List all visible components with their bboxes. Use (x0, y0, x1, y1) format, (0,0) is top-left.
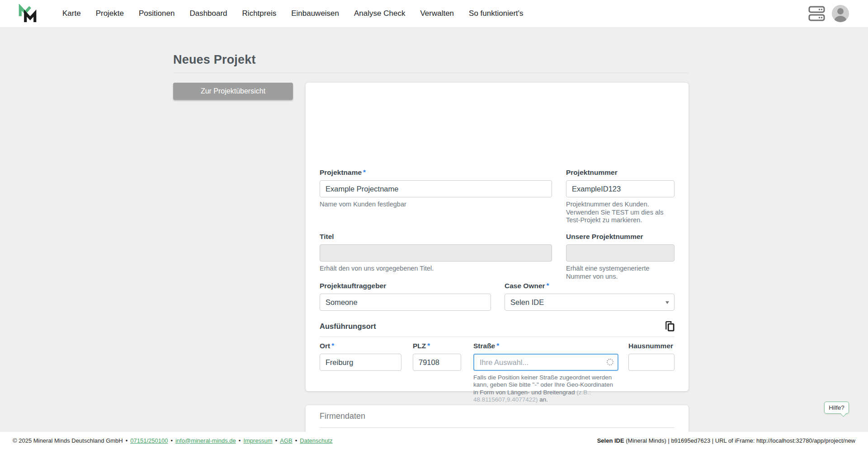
strasse-input[interactable] (473, 354, 618, 371)
footer-separator: • (239, 437, 241, 444)
nav-item-einbauweisen[interactable]: Einbauweisen (291, 9, 339, 18)
server-icon[interactable] (808, 5, 826, 22)
footer: © 2025 Mineral Minds Deutschland GmbH • … (0, 432, 868, 449)
loading-spinner-icon (607, 359, 613, 365)
required-marker: * (363, 168, 366, 176)
plz-input[interactable] (413, 354, 461, 371)
footer-separator: • (295, 437, 297, 444)
strasse-label: Straße* (473, 342, 618, 350)
nav-item-richtpreis[interactable]: Richtpreis (242, 9, 277, 18)
page-title: Neues Projekt (173, 53, 256, 67)
nav-item-verwalten[interactable]: Verwalten (420, 9, 454, 18)
plz-label: PLZ* (413, 342, 461, 350)
user-avatar-icon[interactable] (832, 5, 849, 22)
field-projektauftraggeber: Projektauftraggeber (320, 282, 491, 311)
field-projektnummer: Projektnummer Projektnummer des Kunden. … (566, 168, 675, 224)
ort-label: Ort* (320, 342, 401, 350)
footer-link-impressum[interactable]: Impressum (243, 437, 272, 444)
nav-item-karte[interactable]: Karte (62, 9, 81, 18)
projektnummer-hint: Projektnummer des Kunden. Verwenden Sie … (566, 201, 675, 224)
hausnummer-input[interactable] (628, 354, 675, 371)
back-to-project-overview-button[interactable]: Zur Projektübersicht (173, 83, 293, 100)
field-ort: Ort* (320, 342, 401, 371)
field-case-owner: Case Owner* Selen IDE (505, 282, 675, 311)
footer-separator: • (126, 437, 128, 444)
required-marker: * (496, 341, 499, 349)
footer-link-datenschutz[interactable]: Datenschutz (300, 437, 332, 444)
copy-address-button[interactable] (664, 321, 676, 333)
help-button[interactable]: Hilfe? (824, 402, 849, 414)
title-divider (173, 73, 689, 73)
projektname-hint: Name vom Kunden festlegbar (320, 201, 552, 209)
projektnummer-input[interactable] (566, 180, 675, 197)
avatar-body (835, 16, 846, 22)
footer-left: © 2025 Mineral Minds Deutschland GmbH • … (13, 437, 333, 444)
footer-session-details: (Mineral Minds) | b91695ed7623 | URL of … (624, 437, 855, 444)
unsere-projektnummer-input (566, 244, 675, 262)
nav-right-controls (808, 0, 849, 27)
nav-item-positionen[interactable]: Positionen (139, 9, 175, 18)
section-ausfuehrungsort: Ausführungsort (320, 322, 675, 337)
required-marker: * (331, 341, 334, 349)
ausfuehrungsort-section-title: Ausführungsort (320, 322, 376, 330)
case-owner-selected-value: Selen IDE (510, 298, 544, 307)
projektname-input[interactable] (320, 180, 552, 197)
footer-separator: • (170, 437, 173, 444)
firmendaten-divider (320, 427, 675, 428)
unsere-projektnummer-label: Unsere Projektnummer (566, 233, 675, 241)
projektnummer-label: Projektnummer (566, 168, 675, 177)
hausnummer-label: Hausnummer (628, 342, 675, 350)
top-navbar: Karte Projekte Positionen Dashboard Rich… (0, 0, 868, 27)
field-strasse: Straße* Falls die Position keiner Straße… (473, 342, 618, 404)
strasse-input-wrap (473, 354, 618, 371)
copy-icon (664, 321, 676, 332)
field-hausnummer: Hausnummer (628, 342, 675, 371)
avatar-head (837, 8, 844, 14)
footer-link-email[interactable]: info@mineral-minds.de (175, 437, 236, 444)
project-form-card: Projektname* Name vom Kunden festlegbar … (306, 83, 689, 391)
footer-copyright: © 2025 Mineral Minds Deutschland GmbH (13, 437, 123, 444)
case-owner-select[interactable]: Selen IDE (505, 294, 675, 311)
case-owner-label: Case Owner* (505, 282, 675, 290)
help-bubble-tail (840, 411, 846, 417)
titel-hint: Erhält den von uns vorgegebenen Titel. (320, 265, 552, 273)
firmendaten-section-title: Firmendaten (320, 412, 365, 421)
field-plz: PLZ* (413, 342, 461, 371)
footer-session-info: Selen IDE (Mineral Minds) | b91695ed7623… (597, 437, 855, 444)
projektauftraggeber-label: Projektauftraggeber (320, 282, 491, 290)
nav-item-projekte[interactable]: Projekte (96, 9, 124, 18)
nav-item-dashboard[interactable]: Dashboard (189, 9, 227, 18)
nav-item-so-funktionierts[interactable]: So funktioniert's (469, 9, 523, 18)
brand-logo-icon[interactable] (18, 4, 37, 23)
unsere-projektnummer-hint: Erhält eine systemgenerierte Nummer von … (566, 265, 675, 281)
projektname-label: Projektname* (320, 168, 552, 177)
footer-link-phone[interactable]: 07151/250100 (130, 437, 168, 444)
strasse-hint: Falls die Position keiner Straße zugeord… (473, 374, 618, 404)
field-projektname: Projektname* Name vom Kunden festlegbar (320, 168, 552, 209)
footer-link-agb[interactable]: AGB (280, 437, 292, 444)
chevron-down-icon (665, 301, 669, 304)
help-button-label: Hilfe? (829, 404, 844, 411)
required-marker: * (547, 281, 549, 289)
projektauftraggeber-input[interactable] (320, 294, 491, 311)
nav-menu: Karte Projekte Positionen Dashboard Rich… (62, 0, 524, 27)
app-root: Karte Projekte Positionen Dashboard Rich… (0, 0, 868, 449)
field-titel: Titel Erhält den von uns vorgegebenen Ti… (320, 233, 552, 273)
field-unsere-projektnummer: Unsere Projektnummer Erhält eine systemg… (566, 233, 675, 281)
titel-input (320, 244, 552, 262)
footer-separator: • (275, 437, 278, 444)
titel-label: Titel (320, 233, 552, 241)
required-marker: * (427, 341, 430, 349)
footer-session-user: Selen IDE (597, 437, 624, 444)
nav-item-analyse-check[interactable]: Analyse Check (354, 9, 405, 18)
ort-input[interactable] (320, 354, 401, 371)
